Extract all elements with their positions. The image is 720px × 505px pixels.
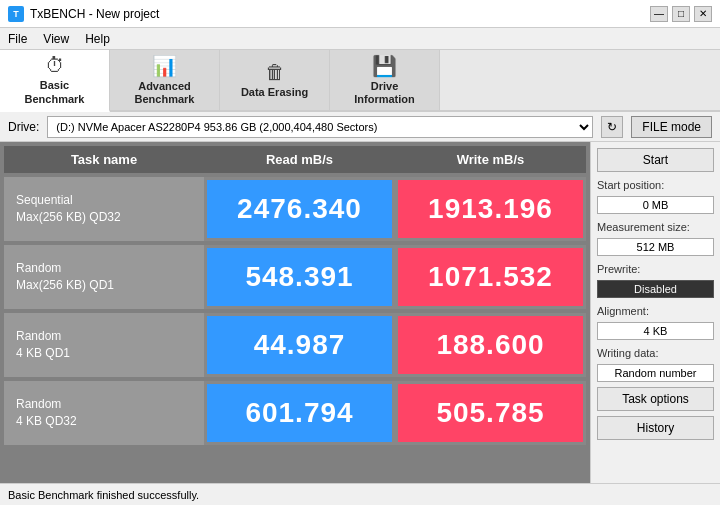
write-1: 1913.196: [398, 180, 583, 238]
right-panel: Start Start position: 0 MB Measurement s…: [590, 142, 720, 483]
task-4: Random4 KB QD32: [4, 381, 204, 445]
maximize-button[interactable]: □: [672, 6, 690, 22]
start-position-value: 0 MB: [597, 196, 714, 214]
tab-basic-label: BasicBenchmark: [25, 79, 85, 105]
app-title: TxBENCH - New project: [30, 7, 159, 21]
tab-drive-information[interactable]: 💾 DriveInformation: [330, 50, 440, 110]
tab-advanced-label: AdvancedBenchmark: [135, 80, 195, 106]
drive-select[interactable]: (D:) NVMe Apacer AS2280P4 953.86 GB (2,0…: [47, 116, 593, 138]
status-bar: Basic Benchmark finished successfully.: [0, 483, 720, 505]
start-button[interactable]: Start: [597, 148, 714, 172]
task-options-button[interactable]: Task options: [597, 387, 714, 411]
drive-refresh-button[interactable]: ↻: [601, 116, 623, 138]
tab-advanced-benchmark[interactable]: 📊 AdvancedBenchmark: [110, 50, 220, 110]
title-bar: T TxBENCH - New project — □ ✕: [0, 0, 720, 28]
advanced-benchmark-icon: 📊: [152, 54, 177, 78]
file-mode-button[interactable]: FILE mode: [631, 116, 712, 138]
header-read: Read mB/s: [204, 146, 395, 173]
toolbar: ⏱ BasicBenchmark 📊 AdvancedBenchmark 🗑 D…: [0, 50, 720, 112]
bench-row-4: Random4 KB QD32 601.794 505.785: [4, 381, 586, 445]
title-bar-left: T TxBENCH - New project: [8, 6, 159, 22]
write-2: 1071.532: [398, 248, 583, 306]
prewrite-label: Prewrite:: [597, 263, 714, 275]
bench-row-1: SequentialMax(256 KB) QD32 2476.340 1913…: [4, 177, 586, 241]
writing-data-label: Writing data:: [597, 347, 714, 359]
header-write: Write mB/s: [395, 146, 586, 173]
drive-bar: Drive: (D:) NVMe Apacer AS2280P4 953.86 …: [0, 112, 720, 142]
benchmark-area: Task name Read mB/s Write mB/s Sequentia…: [0, 142, 590, 483]
history-button[interactable]: History: [597, 416, 714, 440]
prewrite-value: Disabled: [597, 280, 714, 298]
header-task: Task name: [4, 146, 204, 173]
read-3: 44.987: [207, 316, 392, 374]
measurement-size-value: 512 MB: [597, 238, 714, 256]
main-area: Task name Read mB/s Write mB/s Sequentia…: [0, 142, 720, 483]
task-2: RandomMax(256 KB) QD1: [4, 245, 204, 309]
bench-row-3: Random4 KB QD1 44.987 188.600: [4, 313, 586, 377]
status-text: Basic Benchmark finished successfully.: [8, 489, 199, 501]
menu-help[interactable]: Help: [81, 31, 114, 47]
bench-header: Task name Read mB/s Write mB/s: [4, 146, 586, 173]
alignment-label: Alignment:: [597, 305, 714, 317]
alignment-value: 4 KB: [597, 322, 714, 340]
measurement-size-label: Measurement size:: [597, 221, 714, 233]
app-icon: T: [8, 6, 24, 22]
tab-drive-label: DriveInformation: [354, 80, 415, 106]
data-erasing-icon: 🗑: [265, 61, 285, 84]
tab-erasing-label: Data Erasing: [241, 86, 308, 99]
basic-benchmark-icon: ⏱: [45, 54, 65, 77]
writing-data-value: Random number: [597, 364, 714, 382]
bench-row-2: RandomMax(256 KB) QD1 548.391 1071.532: [4, 245, 586, 309]
drive-info-icon: 💾: [372, 54, 397, 78]
read-1: 2476.340: [207, 180, 392, 238]
task-3: Random4 KB QD1: [4, 313, 204, 377]
window-controls[interactable]: — □ ✕: [650, 6, 712, 22]
read-4: 601.794: [207, 384, 392, 442]
tab-basic-benchmark[interactable]: ⏱ BasicBenchmark: [0, 50, 110, 112]
tab-data-erasing[interactable]: 🗑 Data Erasing: [220, 50, 330, 110]
menu-file[interactable]: File: [4, 31, 31, 47]
write-4: 505.785: [398, 384, 583, 442]
drive-label: Drive:: [8, 120, 39, 134]
task-1: SequentialMax(256 KB) QD32: [4, 177, 204, 241]
read-2: 548.391: [207, 248, 392, 306]
menu-bar: File View Help: [0, 28, 720, 50]
minimize-button[interactable]: —: [650, 6, 668, 22]
start-position-label: Start position:: [597, 179, 714, 191]
close-button[interactable]: ✕: [694, 6, 712, 22]
write-3: 188.600: [398, 316, 583, 374]
menu-view[interactable]: View: [39, 31, 73, 47]
